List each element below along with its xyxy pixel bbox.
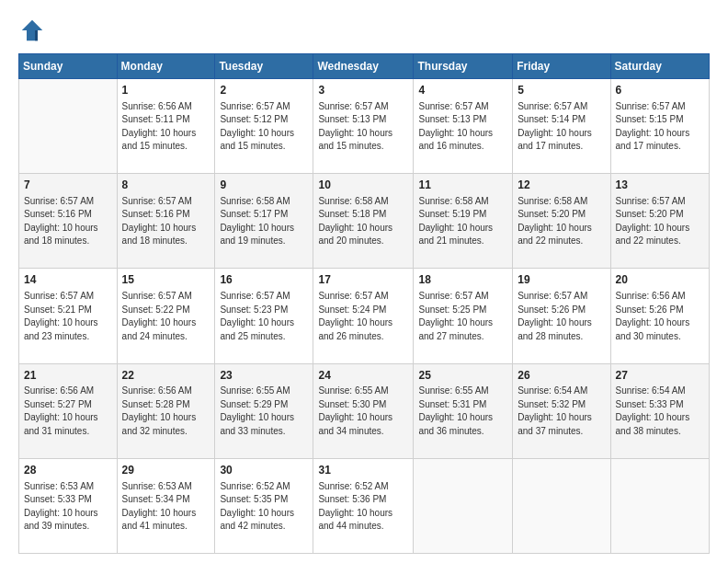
day-info: Sunrise: 6:55 AM Sunset: 5:31 PM Dayligh…: [418, 385, 507, 438]
day-number: 10: [318, 178, 408, 193]
calendar-cell: 21Sunrise: 6:56 AM Sunset: 5:27 PM Dayli…: [19, 363, 118, 458]
day-info: Sunrise: 6:58 AM Sunset: 5:18 PM Dayligh…: [318, 195, 408, 248]
calendar-cell: 6Sunrise: 6:57 AM Sunset: 5:15 PM Daylig…: [610, 79, 709, 174]
day-info: Sunrise: 6:54 AM Sunset: 5:32 PM Dayligh…: [518, 385, 605, 438]
weekday-monday: Monday: [117, 54, 215, 79]
day-number: 9: [220, 178, 308, 193]
calendar-cell: [513, 458, 610, 553]
day-number: 20: [616, 272, 704, 288]
weekday-sunday: Sunday: [19, 54, 118, 79]
calendar-cell: 9Sunrise: 6:58 AM Sunset: 5:17 PM Daylig…: [215, 174, 313, 269]
day-number: 29: [122, 463, 210, 478]
day-number: 1: [122, 83, 210, 98]
day-number: 23: [220, 368, 308, 384]
calendar-cell: [414, 458, 513, 553]
day-info: Sunrise: 6:57 AM Sunset: 5:23 PM Dayligh…: [220, 290, 308, 343]
calendar-cell: 10Sunrise: 6:58 AM Sunset: 5:18 PM Dayli…: [313, 174, 414, 269]
day-info: Sunrise: 6:56 AM Sunset: 5:27 PM Dayligh…: [24, 385, 112, 438]
week-row-4: 21Sunrise: 6:56 AM Sunset: 5:27 PM Dayli…: [19, 363, 710, 458]
day-number: 5: [518, 83, 605, 98]
day-number: 3: [318, 83, 408, 98]
day-number: 25: [418, 368, 507, 384]
day-info: Sunrise: 6:57 AM Sunset: 5:20 PM Dayligh…: [616, 195, 704, 248]
week-row-5: 28Sunrise: 6:53 AM Sunset: 5:33 PM Dayli…: [19, 458, 710, 553]
day-info: Sunrise: 6:54 AM Sunset: 5:33 PM Dayligh…: [616, 385, 704, 438]
calendar-cell: 22Sunrise: 6:56 AM Sunset: 5:28 PM Dayli…: [117, 363, 215, 458]
calendar-cell: 31Sunrise: 6:52 AM Sunset: 5:36 PM Dayli…: [313, 458, 414, 553]
day-number: 2: [220, 83, 308, 98]
day-number: 22: [122, 368, 210, 384]
day-number: 28: [24, 463, 112, 478]
day-number: 14: [24, 272, 112, 288]
day-number: 19: [518, 272, 605, 288]
weekday-friday: Friday: [513, 54, 610, 79]
calendar-cell: 18Sunrise: 6:57 AM Sunset: 5:25 PM Dayli…: [414, 269, 513, 363]
day-info: Sunrise: 6:56 AM Sunset: 5:11 PM Dayligh…: [122, 100, 210, 154]
day-info: Sunrise: 6:57 AM Sunset: 5:26 PM Dayligh…: [518, 290, 605, 343]
calendar-cell: 20Sunrise: 6:56 AM Sunset: 5:26 PM Dayli…: [610, 269, 709, 363]
calendar-cell: 8Sunrise: 6:57 AM Sunset: 5:16 PM Daylig…: [117, 174, 215, 269]
calendar-cell: 25Sunrise: 6:55 AM Sunset: 5:31 PM Dayli…: [414, 363, 513, 458]
calendar-cell: 15Sunrise: 6:57 AM Sunset: 5:22 PM Dayli…: [117, 269, 215, 363]
day-number: 8: [122, 178, 210, 193]
day-info: Sunrise: 6:57 AM Sunset: 5:25 PM Dayligh…: [418, 290, 507, 343]
day-number: 11: [418, 178, 507, 193]
calendar-cell: 29Sunrise: 6:53 AM Sunset: 5:34 PM Dayli…: [117, 458, 215, 553]
calendar-cell: 3Sunrise: 6:57 AM Sunset: 5:13 PM Daylig…: [313, 79, 414, 174]
week-row-1: 1Sunrise: 6:56 AM Sunset: 5:11 PM Daylig…: [19, 79, 710, 174]
day-info: Sunrise: 6:52 AM Sunset: 5:35 PM Dayligh…: [220, 480, 308, 534]
calendar-cell: [610, 458, 709, 553]
day-number: 27: [616, 368, 704, 384]
page: SundayMondayTuesdayWednesdayThursdayFrid…: [0, 0, 728, 563]
week-row-3: 14Sunrise: 6:57 AM Sunset: 5:21 PM Dayli…: [19, 269, 710, 363]
day-number: 6: [616, 83, 704, 98]
day-info: Sunrise: 6:58 AM Sunset: 5:20 PM Dayligh…: [518, 195, 605, 248]
calendar-cell: 19Sunrise: 6:57 AM Sunset: 5:26 PM Dayli…: [513, 269, 610, 363]
day-info: Sunrise: 6:58 AM Sunset: 5:19 PM Dayligh…: [418, 195, 507, 248]
day-number: 17: [318, 272, 408, 288]
day-number: 4: [418, 83, 507, 98]
logo-icon: [18, 17, 46, 44]
day-number: 30: [220, 463, 308, 478]
calendar-cell: 7Sunrise: 6:57 AM Sunset: 5:16 PM Daylig…: [19, 174, 118, 269]
day-number: 15: [122, 272, 210, 288]
calendar-cell: 26Sunrise: 6:54 AM Sunset: 5:32 PM Dayli…: [513, 363, 610, 458]
day-info: Sunrise: 6:57 AM Sunset: 5:14 PM Dayligh…: [518, 100, 605, 154]
day-info: Sunrise: 6:57 AM Sunset: 5:16 PM Dayligh…: [24, 195, 112, 248]
day-info: Sunrise: 6:57 AM Sunset: 5:24 PM Dayligh…: [318, 290, 408, 343]
calendar-cell: 1Sunrise: 6:56 AM Sunset: 5:11 PM Daylig…: [117, 79, 215, 174]
day-info: Sunrise: 6:56 AM Sunset: 5:28 PM Dayligh…: [122, 385, 210, 438]
calendar-table: SundayMondayTuesdayWednesdayThursdayFrid…: [18, 53, 710, 554]
day-number: 16: [220, 272, 308, 288]
day-info: Sunrise: 6:53 AM Sunset: 5:33 PM Dayligh…: [24, 480, 112, 534]
calendar-cell: 2Sunrise: 6:57 AM Sunset: 5:12 PM Daylig…: [215, 79, 313, 174]
weekday-thursday: Thursday: [414, 54, 513, 79]
calendar-cell: 13Sunrise: 6:57 AM Sunset: 5:20 PM Dayli…: [610, 174, 709, 269]
day-number: 24: [318, 368, 408, 384]
calendar-cell: [19, 79, 118, 174]
day-number: 26: [518, 368, 605, 384]
calendar-cell: 23Sunrise: 6:55 AM Sunset: 5:29 PM Dayli…: [215, 363, 313, 458]
calendar-cell: 12Sunrise: 6:58 AM Sunset: 5:20 PM Dayli…: [513, 174, 610, 269]
calendar-cell: 24Sunrise: 6:55 AM Sunset: 5:30 PM Dayli…: [313, 363, 414, 458]
day-info: Sunrise: 6:53 AM Sunset: 5:34 PM Dayligh…: [122, 480, 210, 534]
day-info: Sunrise: 6:55 AM Sunset: 5:30 PM Dayligh…: [318, 385, 408, 438]
calendar-cell: 4Sunrise: 6:57 AM Sunset: 5:13 PM Daylig…: [414, 79, 513, 174]
weekday-saturday: Saturday: [610, 54, 709, 79]
weekday-header-row: SundayMondayTuesdayWednesdayThursdayFrid…: [19, 54, 710, 79]
calendar-cell: 5Sunrise: 6:57 AM Sunset: 5:14 PM Daylig…: [513, 79, 610, 174]
weekday-tuesday: Tuesday: [215, 54, 313, 79]
day-info: Sunrise: 6:57 AM Sunset: 5:22 PM Dayligh…: [122, 290, 210, 343]
svg-marker-0: [22, 20, 43, 41]
calendar-cell: 30Sunrise: 6:52 AM Sunset: 5:35 PM Dayli…: [215, 458, 313, 553]
week-row-2: 7Sunrise: 6:57 AM Sunset: 5:16 PM Daylig…: [19, 174, 710, 269]
day-info: Sunrise: 6:57 AM Sunset: 5:13 PM Dayligh…: [318, 100, 408, 154]
day-number: 7: [24, 178, 112, 193]
day-info: Sunrise: 6:57 AM Sunset: 5:21 PM Dayligh…: [24, 290, 112, 343]
header: [18, 17, 710, 44]
calendar-cell: 14Sunrise: 6:57 AM Sunset: 5:21 PM Dayli…: [19, 269, 118, 363]
calendar-cell: 11Sunrise: 6:58 AM Sunset: 5:19 PM Dayli…: [414, 174, 513, 269]
day-number: 18: [418, 272, 507, 288]
day-info: Sunrise: 6:57 AM Sunset: 5:12 PM Dayligh…: [220, 100, 308, 154]
day-number: 13: [616, 178, 704, 193]
